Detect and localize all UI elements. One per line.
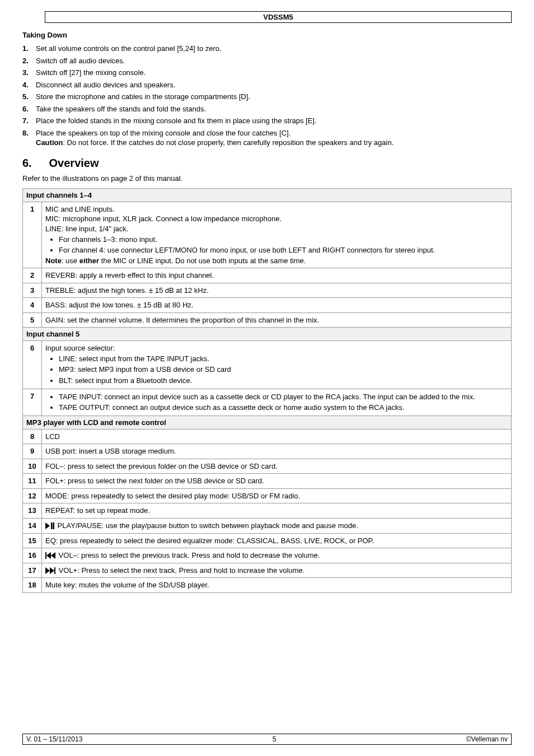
header-title-box: VDSSM5: [45, 11, 512, 23]
table-row: 4BASS: adjust the low tones. ± 15 dB at …: [23, 298, 512, 313]
row-index: 4: [23, 298, 42, 313]
svg-marker-0: [45, 522, 50, 529]
header-title: VDSSM5: [263, 13, 293, 21]
row-index: 12: [23, 488, 42, 503]
row-index: 7: [23, 389, 42, 416]
row-index: 8: [23, 429, 42, 444]
row-content: EQ: press repeatedly to select the desir…: [42, 533, 512, 548]
row-index: 3: [23, 283, 42, 298]
list-text: Take the speakers off the stands and fol…: [36, 105, 206, 113]
list-number: 7.: [22, 116, 29, 126]
taking-down-item: 6.Take the speakers off the stands and f…: [22, 103, 512, 115]
footer-left: V. 01 – 15/11/2013: [26, 735, 82, 743]
table-row: 2REVERB: apply a reverb effect to this i…: [23, 268, 512, 283]
prev-icon: [45, 551, 57, 559]
table-section-header: Input channel 5: [23, 328, 512, 341]
taking-down-item: 3.Switch off [27] the mixing console.: [22, 67, 512, 79]
row-content: USB port: insert a USB storage medium.: [42, 444, 512, 459]
overview-title: Overview: [49, 157, 99, 169]
table-row: 1MIC and LINE inputs.MIC: microphone inp…: [23, 202, 512, 268]
row-content: PLAY/PAUSE: use the play/pause button to…: [42, 518, 512, 533]
row-index: 13: [23, 503, 42, 519]
row-content: FOL–: press to select the previous folde…: [42, 459, 512, 474]
row-index: 5: [23, 312, 42, 328]
row-index: 1: [23, 202, 42, 268]
footer-page: 5: [273, 735, 277, 743]
footer-right: ©Velleman nv: [466, 735, 508, 743]
table-row: 8LCD: [23, 429, 512, 444]
row-index: 15: [23, 533, 42, 548]
row-content: VOL+: Press to select the next track. Pr…: [42, 563, 512, 578]
row-content: REVERB: apply a reverb effect to this in…: [42, 268, 512, 283]
table-row: 11FOL+: press to select the next folder …: [23, 474, 512, 489]
row-index: 17: [23, 563, 42, 578]
table-row: 10FOL–: press to select the previous fol…: [23, 459, 512, 474]
list-number: 1.: [22, 44, 29, 54]
table-row: 13REPEAT: to set up repeat mode.: [23, 503, 512, 519]
svg-rect-8: [54, 567, 55, 574]
row-index: 9: [23, 444, 42, 459]
table-row: 6Input source selector:LINE: select inpu…: [23, 341, 512, 389]
taking-down-list: 1.Set all volume controls on the control…: [22, 43, 512, 149]
row-index: 11: [23, 474, 42, 489]
play-pause-icon: [45, 521, 55, 530]
row-content: MIC and LINE inputs.MIC: microphone inpu…: [42, 202, 512, 268]
taking-down-item: 4.Disconnect all audio devices and speak…: [22, 79, 512, 91]
row-content: TREBLE: adjust the high tones. ± 15 dB a…: [42, 283, 512, 298]
table-row: 15EQ: press repeatedly to select the des…: [23, 533, 512, 548]
taking-down-item: 7.Place the folded stands in the mixing …: [22, 115, 512, 127]
list-text: Store the microphone and cables in the s…: [36, 92, 250, 101]
table-row: 16 VOL–: press to select the previous tr…: [23, 548, 512, 563]
footer-bar: V. 01 – 15/11/2013 5 ©Velleman nv: [22, 734, 512, 745]
taking-down-item: 1.Set all volume controls on the control…: [22, 43, 512, 55]
row-index: 10: [23, 459, 42, 474]
row-content: BASS: adjust the low tones. ± 15 dB at 8…: [42, 298, 512, 313]
list-text: Disconnect all audio devices and speaker…: [36, 81, 175, 89]
svg-rect-2: [53, 522, 55, 529]
svg-rect-1: [51, 522, 53, 529]
table-section-header: MP3 player with LCD and remote control: [23, 416, 512, 429]
list-text: Place the speakers on top of the mixing …: [36, 129, 394, 147]
spec-table: Input channels 1–41MIC and LINE inputs.M…: [22, 188, 512, 593]
overview-refer: Refer to the illustrations on page 2 of …: [22, 174, 512, 183]
table-row: 9USB port: insert a USB storage medium.: [23, 444, 512, 459]
svg-rect-3: [45, 552, 46, 559]
list-number: 2.: [22, 56, 29, 66]
table-section-header: Input channels 1–4: [23, 188, 512, 202]
list-number: 3.: [22, 68, 29, 78]
table-row: 12MODE: press repeatedly to select the d…: [23, 488, 512, 503]
row-index: 2: [23, 268, 42, 283]
overview-number: 6.: [22, 157, 46, 170]
row-content: FOL+: press to select the next folder on…: [42, 474, 512, 489]
overview-heading: 6. Overview: [22, 157, 512, 170]
table-row: 17 VOL+: Press to select the next track.…: [23, 563, 512, 578]
row-content: TAPE INPUT: connect an input device such…: [42, 389, 512, 416]
table-row: 5GAIN: set the channel volume. It determ…: [23, 312, 512, 328]
list-text: Switch off all audio devices.: [36, 57, 125, 65]
table-row: 14 PLAY/PAUSE: use the play/pause button…: [23, 518, 512, 533]
svg-marker-7: [50, 567, 54, 574]
taking-down-item: 2.Switch off all audio devices.: [22, 55, 512, 67]
svg-marker-5: [51, 552, 55, 559]
table-row: 3TREBLE: adjust the high tones. ± 15 dB …: [23, 283, 512, 298]
table-row: 18Mute key: mutes the volume of the SD/U…: [23, 578, 512, 593]
list-text: Place the folded stands in the mixing co…: [36, 116, 317, 125]
row-content: Input source selector:LINE: select input…: [42, 341, 512, 389]
row-content: GAIN: set the channel volume. It determi…: [42, 312, 512, 328]
table-row: 7TAPE INPUT: connect an input device suc…: [23, 389, 512, 416]
list-number: 8.: [22, 128, 29, 138]
list-text: Switch off [27] the mixing console.: [36, 68, 146, 77]
svg-marker-4: [46, 552, 51, 559]
taking-down-item: 8.Place the speakers on top of the mixin…: [22, 127, 512, 149]
taking-down-section: Taking Down 1.Set all volume controls on…: [22, 31, 512, 149]
row-content: REPEAT: to set up repeat mode.: [42, 503, 512, 519]
list-text: Set all volume controls on the control p…: [36, 44, 222, 53]
row-content: VOL–: press to select the previous track…: [42, 548, 512, 563]
list-number: 5.: [22, 92, 29, 102]
row-index: 6: [23, 341, 42, 389]
next-icon: [45, 566, 57, 575]
svg-marker-6: [45, 567, 50, 574]
row-index: 18: [23, 578, 42, 593]
row-index: 14: [23, 518, 42, 533]
taking-down-item: 5.Store the microphone and cables in the…: [22, 91, 512, 103]
